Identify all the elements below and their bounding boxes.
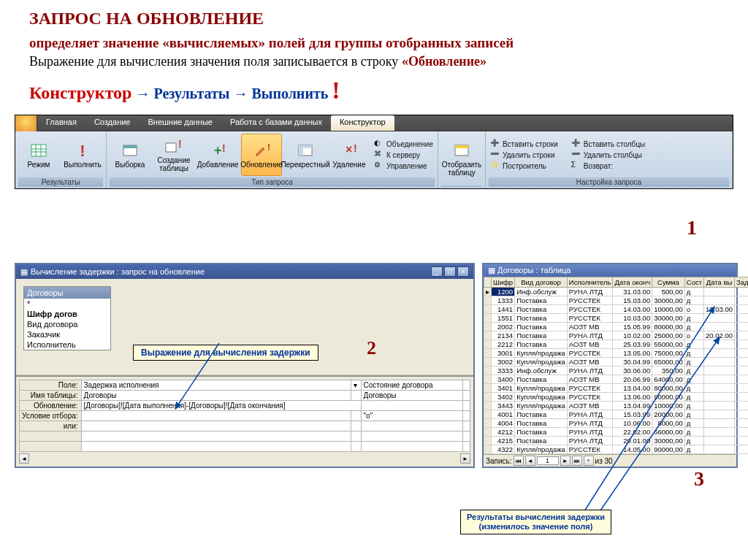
btn-append[interactable]: +!Добавление — [197, 134, 238, 176]
btn-delete-rows[interactable]: ➖Удалить строки — [490, 150, 558, 160]
table-row[interactable]: ▸1200Инф.обслужРУНА ЛТД31.03.00500,00д — [484, 288, 749, 296]
btn-delete[interactable]: ×!Удаление — [329, 134, 370, 176]
tab-home[interactable]: Главная — [37, 115, 85, 131]
delete-row-icon: ➖ — [490, 150, 500, 160]
page-title: ЗАПРОС НА ОБНОВЛЕНИЕ — [29, 9, 733, 28]
minimize-button[interactable]: _ — [431, 266, 443, 277]
table-row[interactable]: 1333ПоставкаРУССТЕК15.03.0030000,00д — [484, 296, 749, 305]
table-row[interactable]: 4215ПоставкаРУНА ЛТД20.01.0030000,00д — [484, 437, 749, 445]
table-row[interactable]: 3001Купля/продажаРУССТЕК13.05.0075000,00… — [484, 349, 749, 358]
datasheet-table[interactable]: ШифрВид договорИсполнительДата окончСумм… — [484, 277, 748, 454]
btn-datadef[interactable]: ⚙Управление — [374, 161, 433, 171]
query-grid[interactable]: Поле:Задержка исполнения▾Состояние догов… — [19, 380, 470, 452]
showtable-icon — [453, 142, 470, 159]
nav-current[interactable] — [537, 456, 559, 465]
query-icon: ▦ — [20, 267, 28, 277]
btn-view[interactable]: Режим — [18, 134, 59, 176]
ribbon-group-results: Режим !Выполнить Результаты — [15, 131, 107, 188]
column-header[interactable]: Вид договор — [515, 277, 568, 288]
maximize-button[interactable]: □ — [444, 266, 456, 277]
btn-update[interactable]: !Обновление — [241, 134, 282, 176]
btn-maketable[interactable]: !Создание таблицы — [153, 134, 194, 176]
nav-next[interactable]: ► — [560, 456, 570, 466]
table-row[interactable]: 1551ПоставкаРУССТЕК10.03.0030000,00д — [484, 314, 749, 323]
exclaim-icon: ! — [74, 142, 91, 159]
btn-builder[interactable]: ✨Построитель — [490, 161, 558, 171]
wand-icon: ✨ — [490, 161, 500, 171]
field-item[interactable]: Заказчик — [24, 329, 110, 340]
column-header[interactable]: Дата оконч — [613, 277, 652, 288]
page-subtitle: определяет значение «вычисляемых» полей … — [29, 34, 733, 53]
table-row[interactable]: 2002ПоставкаАОЗТ МВ15.05.9980000,00д — [484, 323, 749, 331]
table-row[interactable]: 3401Купля/продажаРУССТЕК13.04.0080000,00… — [484, 384, 749, 393]
table-row[interactable]: 4004ПоставкаРУНА ЛТД10.06.008000,00д — [484, 419, 749, 428]
svg-rect-15 — [299, 145, 312, 148]
field-item[interactable]: * — [24, 299, 110, 309]
svg-text:!: ! — [178, 138, 182, 150]
column-header[interactable]: Сумма — [652, 277, 685, 288]
btn-run[interactable]: !Выполнить — [62, 134, 103, 176]
field-item[interactable]: Вид договора — [24, 319, 110, 329]
field-item[interactable]: Исполнитель — [24, 340, 110, 350]
record-navigator[interactable]: Запись: ⏮ ◄ ► ⏭ * из 30 — [484, 454, 736, 467]
annotation-1: 1 — [687, 216, 697, 239]
svg-text:×: × — [346, 143, 352, 156]
tab-create[interactable]: Создание — [85, 115, 140, 131]
btn-crosstab[interactable]: Перекрестный — [285, 134, 326, 176]
field-item[interactable]: Шифр догов — [24, 309, 110, 319]
titlebar[interactable]: ▦Вычисление задержки : запрос на обновле… — [16, 264, 473, 279]
table-row[interactable]: 4001ПоставкаРУНА ЛТД15.03.9920000,00д — [484, 410, 749, 419]
nav-first[interactable]: ⏮ — [514, 456, 524, 466]
ribbon-group-show: Отобразить таблицу — [438, 131, 486, 188]
tab-db[interactable]: Работа с базами данных — [221, 115, 331, 131]
nav-prev[interactable]: ◄ — [525, 456, 535, 466]
ribbon-group-setup: ➕Вставить строки ➖Удалить строки ✨Постро… — [486, 131, 733, 188]
table-box[interactable]: Договоры * Шифр догов Вид договора Заказ… — [23, 286, 111, 350]
hscrollbar[interactable]: ◄► — [19, 453, 470, 464]
table-row[interactable]: 2134ПоставкаРУНА ЛТД10.02.0025000,00о20.… — [484, 331, 749, 340]
tab-design[interactable]: Конструктор — [331, 115, 394, 131]
office-button[interactable] — [15, 115, 37, 131]
nav-new[interactable]: * — [584, 456, 594, 466]
table-row[interactable]: 4212ПоставкаРУНА ЛТД22.02.0056000,00д — [484, 428, 749, 437]
btn-passthrough[interactable]: ⌘К серверу — [374, 150, 433, 160]
btn-insert-cols[interactable]: ➕Вставить столбцы — [571, 139, 645, 149]
nav-last[interactable]: ⏭ — [572, 456, 582, 466]
column-header[interactable]: Задержка — [735, 277, 748, 288]
ribbon: Главная Создание Внешние данные Работа с… — [15, 115, 733, 189]
table-row[interactable]: 2212ПоставкаАОЗТ МВ25.03.9955000,00д — [484, 340, 749, 349]
svg-text:!: ! — [354, 142, 357, 154]
crosstab-icon — [297, 142, 314, 159]
table-row[interactable]: 3002Купля/продажаАОЗТ МВ30.04.9965000,00… — [484, 358, 749, 367]
ribbon-tabs: Главная Создание Внешние данные Работа с… — [15, 115, 733, 131]
btn-union[interactable]: ◐Объединение — [374, 139, 433, 149]
query-design-window: ▦Вычисление задержки : запрос на обновле… — [15, 263, 475, 468]
btn-delete-cols[interactable]: ➖Удалить столбцы — [571, 150, 645, 160]
column-header[interactable]: Сост — [684, 277, 703, 288]
gear-icon: ⚙ — [374, 161, 384, 171]
btn-select[interactable]: Выборка — [110, 134, 150, 176]
column-header[interactable]: Шифр — [492, 277, 515, 288]
btn-insert-rows[interactable]: ➕Вставить строки — [490, 139, 558, 149]
column-header[interactable]: Дата вы — [704, 277, 735, 288]
table-row[interactable]: 3443Купля/продажаАОЗТ МВ13.04.9910000,00… — [484, 402, 749, 410]
close-button[interactable]: × — [457, 266, 469, 277]
table-row[interactable]: 4322Купля/продажаРУССТЕК14.05.0090000,00… — [484, 445, 749, 454]
table-icon — [121, 142, 139, 159]
btn-showtable[interactable]: Отобразить таблицу — [441, 138, 482, 180]
table-row[interactable]: 1441ПоставкаРУССТЕК14.03.0010000,00о17.0… — [484, 305, 749, 314]
table-row[interactable]: 3400ПоставкаАОЗТ МВ20.06.9964000,00д — [484, 375, 749, 384]
append-icon: +! — [209, 142, 226, 159]
datasheet-window: ▦ Договоры : таблица ШифрВид договорИспо… — [482, 263, 738, 468]
ds-titlebar[interactable]: ▦ Договоры : таблица — [484, 264, 736, 277]
tab-external[interactable]: Внешние данные — [140, 115, 221, 131]
svg-rect-7 — [123, 145, 137, 148]
table-row[interactable]: 3333Инф.обслужРУНА ЛТД30.06.00350,00д — [484, 367, 749, 375]
column-header[interactable]: Исполнитель — [567, 277, 613, 288]
delete-icon: ×! — [340, 142, 358, 159]
table-row[interactable]: 3402Купля/продажаРУССТЕК13.06.0090000,00… — [484, 393, 749, 402]
svg-text:!: ! — [80, 142, 85, 159]
server-icon: ⌘ — [374, 150, 384, 160]
btn-return[interactable]: ΣВозврат: — [571, 161, 645, 171]
ribbon-group-qtype: Выборка !Создание таблицы +!Добавление !… — [107, 131, 438, 188]
